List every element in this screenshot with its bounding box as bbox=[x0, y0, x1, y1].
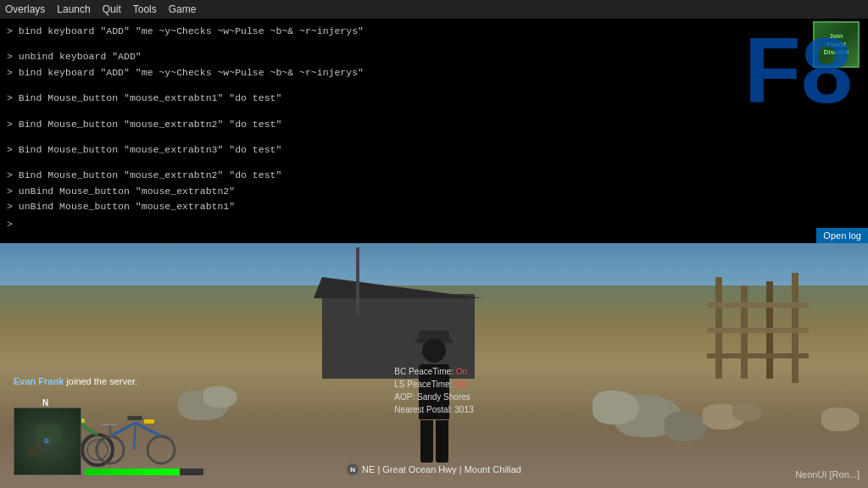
char-body bbox=[419, 364, 449, 419]
console-line-1 bbox=[7, 39, 861, 49]
console-input[interactable] bbox=[14, 219, 698, 230]
console-line-12: > unBind Mouse_button "mouse_extrabtn2" bbox=[7, 184, 861, 199]
console-line-7: > Bind Mouse_button "mouse_extrabtn2" "d… bbox=[7, 117, 861, 132]
character bbox=[409, 327, 459, 463]
top-right-logo: JoinFiveMDiscord bbox=[813, 21, 860, 68]
rock-2 bbox=[203, 386, 237, 408]
console-line-9: > Bind Mouse_button "mouse_extrabtn3" "d… bbox=[7, 142, 861, 158]
svg-rect-22 bbox=[144, 419, 154, 424]
plank-2 bbox=[707, 328, 809, 333]
char-leg-left bbox=[420, 420, 433, 463]
bikes-area bbox=[17, 378, 186, 471]
console-input-row[interactable]: > bbox=[7, 219, 861, 230]
console-line-3: > bind keyboard "ADD" "me ~y~Checks ~w~P… bbox=[7, 65, 861, 80]
console-line-2: > unbind keyboard "ADD" bbox=[7, 49, 861, 64]
menubar: Overlays Launch Quit Tools Game bbox=[0, 0, 868, 19]
svg-rect-12 bbox=[38, 433, 48, 440]
svg-line-11 bbox=[38, 441, 70, 444]
structures-right bbox=[698, 269, 868, 438]
svg-line-18 bbox=[134, 423, 136, 450]
console-prompt: > bbox=[7, 219, 13, 230]
console-area: > bind keyboard "ADD" "me ~y~Checks ~w~P… bbox=[0, 19, 868, 243]
menu-launch[interactable]: Launch bbox=[57, 3, 90, 15]
console-line-4 bbox=[7, 80, 861, 91]
char-leg-right bbox=[436, 420, 448, 463]
menu-overlays[interactable]: Overlays bbox=[5, 3, 45, 15]
console-line-8 bbox=[7, 132, 861, 142]
building-roof bbox=[314, 277, 483, 298]
menu-quit[interactable]: Quit bbox=[103, 3, 121, 15]
char-head bbox=[422, 339, 446, 363]
antenna-pole bbox=[356, 247, 359, 315]
rock-4 bbox=[593, 391, 639, 424]
console-line-13: > unBind Mouse_button "mouse_extrabtn1" bbox=[7, 199, 861, 214]
rock-right-2 bbox=[732, 402, 762, 421]
menu-tools[interactable]: Tools bbox=[133, 3, 157, 15]
menu-game[interactable]: Game bbox=[169, 3, 197, 15]
char-legs bbox=[409, 420, 459, 463]
svg-line-6 bbox=[70, 420, 72, 450]
console-line-10 bbox=[7, 158, 861, 168]
top-right-logo-text: JoinFiveMDiscord bbox=[824, 32, 849, 57]
svg-rect-19 bbox=[127, 416, 142, 420]
open-log-button[interactable]: Open log bbox=[816, 228, 868, 243]
console-line-5: > Bind Mouse_button "mouse_extrabtn1" "d… bbox=[7, 91, 861, 106]
console-line-0: > bind keyboard "ADD" "me ~y~Checks ~w~P… bbox=[7, 24, 861, 39]
rock-right-3 bbox=[821, 408, 860, 431]
console-line-6 bbox=[7, 107, 861, 117]
game-viewport: Evan Frank joined the server. N BC Peace… bbox=[0, 243, 868, 488]
plank-3 bbox=[707, 353, 809, 358]
svg-line-17 bbox=[136, 423, 161, 436]
svg-rect-10 bbox=[64, 414, 81, 419]
svg-point-15 bbox=[147, 436, 175, 463]
bikes-svg bbox=[17, 378, 186, 471]
svg-rect-13 bbox=[72, 419, 85, 423]
plank-1 bbox=[707, 302, 809, 308]
console-line-11: > Bind Mouse_button "mouse_extrabtn2" "d… bbox=[7, 168, 861, 183]
